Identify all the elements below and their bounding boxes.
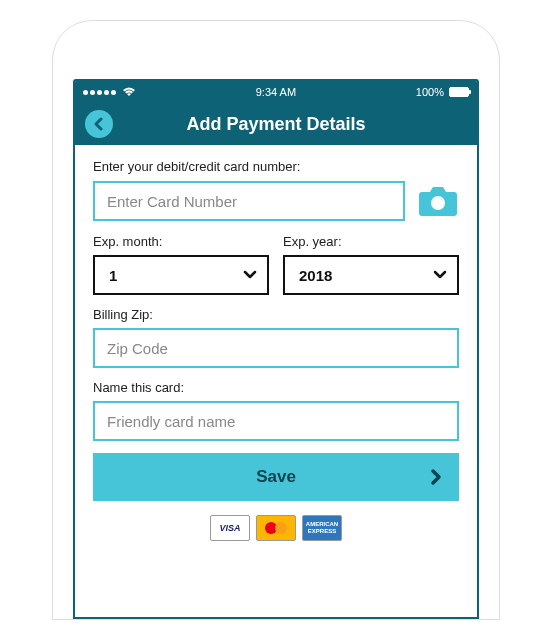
chevron-down-icon xyxy=(243,270,257,280)
battery-percent: 100% xyxy=(416,86,444,98)
signal-dots-icon xyxy=(83,90,116,95)
exp-month-value: 1 xyxy=(109,267,117,284)
wifi-icon xyxy=(122,87,136,97)
status-time: 9:34 AM xyxy=(256,86,296,98)
card-number-input[interactable]: Enter Card Number xyxy=(93,181,405,221)
save-button[interactable]: Save xyxy=(93,453,459,501)
amex-logo-icon: AMERICAN EXPRESS xyxy=(302,515,342,541)
exp-year-select[interactable]: 2018 xyxy=(283,255,459,295)
page-header: Add Payment Details xyxy=(75,103,477,145)
zip-label: Billing Zip: xyxy=(93,307,459,322)
card-logos: VISA AMERICAN EXPRESS xyxy=(93,515,459,541)
exp-year-label: Exp. year: xyxy=(283,234,459,249)
visa-logo-icon: VISA xyxy=(210,515,250,541)
zip-input[interactable]: Zip Code xyxy=(93,328,459,368)
scan-card-button[interactable] xyxy=(417,180,459,222)
status-right: 100% xyxy=(416,86,469,98)
back-button[interactable] xyxy=(85,110,113,138)
app-screen: 9:34 AM 100% Add Payment Details Enter y… xyxy=(73,79,479,619)
svg-point-0 xyxy=(431,196,445,210)
status-left xyxy=(83,87,136,97)
chevron-left-icon xyxy=(93,117,105,131)
save-button-label: Save xyxy=(256,467,296,487)
camera-icon xyxy=(418,184,458,218)
chevron-down-icon xyxy=(433,270,447,280)
card-name-input[interactable]: Friendly card name xyxy=(93,401,459,441)
mastercard-logo-icon xyxy=(256,515,296,541)
card-number-label: Enter your debit/credit card number: xyxy=(93,159,459,174)
exp-month-label: Exp. month: xyxy=(93,234,269,249)
page-title: Add Payment Details xyxy=(75,114,477,135)
exp-year-value: 2018 xyxy=(299,267,332,284)
exp-month-select[interactable]: 1 xyxy=(93,255,269,295)
battery-icon xyxy=(449,87,469,97)
phone-frame: 9:34 AM 100% Add Payment Details Enter y… xyxy=(52,20,500,620)
status-bar: 9:34 AM 100% xyxy=(75,81,477,103)
chevron-right-icon xyxy=(429,468,443,486)
card-name-label: Name this card: xyxy=(93,380,459,395)
payment-form: Enter your debit/credit card number: Ent… xyxy=(75,145,477,551)
